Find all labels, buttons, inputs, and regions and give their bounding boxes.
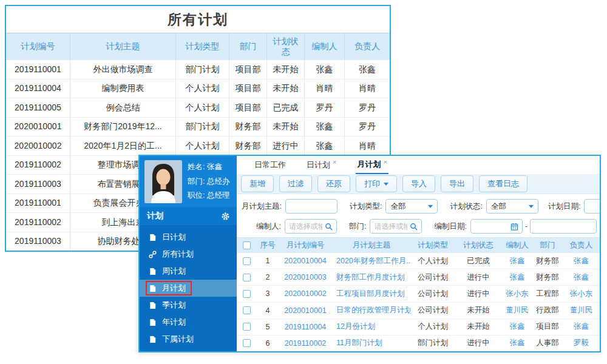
dept-filter-input[interactable]: 请选择或输入 — [370, 219, 422, 234]
plan-subject-link[interactable]: 日常的行政管理月计划 — [332, 303, 411, 318]
cell: 进行中 — [267, 136, 305, 155]
type-filter-value: 全部 — [390, 201, 405, 212]
file-icon — [149, 285, 157, 292]
table-row[interactable]: 2020010001财务部门2019年12...部门计划财务部未开始张鑫罗丹 — [6, 117, 390, 136]
header-cell: 计划编号 — [6, 33, 70, 60]
plan-subject-link[interactable]: 财务部工作月度计划 — [332, 269, 411, 285]
table-row: 6 2019110002 11月部门计划 部门计划 进行中 张鑫 人事部 罗毅 — [237, 335, 600, 351]
owner-link[interactable]: 罗毅 — [563, 335, 600, 351]
search-icon[interactable] — [410, 223, 418, 231]
creator-link[interactable]: 董川民 — [502, 303, 532, 318]
sidebar-item-weekly-plan[interactable]: 周计划 — [140, 263, 237, 280]
owner-link[interactable]: 董川民 — [563, 303, 600, 318]
subject-filter-input[interactable] — [285, 199, 337, 214]
search-icon[interactable] — [325, 223, 333, 231]
sidebar-item-all-plans[interactable]: 所有计划 — [140, 246, 237, 263]
department: 项目部 — [532, 319, 563, 335]
plan-status: 未开始 — [455, 303, 502, 318]
plan-type: 公司计划 — [411, 303, 455, 318]
row-checkbox[interactable] — [243, 257, 251, 265]
sidebar-item-yearly-plan[interactable]: 年计划 — [140, 314, 237, 331]
tab-daily-plan[interactable]: 日计划 × — [305, 156, 337, 174]
plan-subject-link[interactable]: 工程项目部月度计划 — [332, 286, 411, 302]
checkbox-cell — [237, 319, 257, 335]
plan-code-link[interactable]: 2019110002 — [279, 335, 332, 351]
sidebar-section-header: 计划 — [140, 207, 237, 225]
cell: 张鑫 — [305, 136, 345, 155]
plan-subject-link[interactable]: 11月部门计划 — [332, 335, 411, 351]
cell: 2019110005 — [6, 98, 70, 117]
created-date-end-input[interactable] — [530, 219, 597, 234]
filter-button[interactable]: 过滤 — [279, 175, 312, 192]
print-button[interactable]: 打印 — [356, 175, 397, 192]
checkbox-cell — [237, 253, 257, 269]
table-row[interactable]: 2019110005例会总结个人计划项目部已完成罗丹罗丹 — [6, 98, 390, 117]
filter-panel: 月计划主题: 计划类型: 全部 计划状态: 全部 计划日期: 编制人: 请选择 — [237, 194, 600, 237]
table-row[interactable]: 2019110004编制费用表个人计划项目部未开始肖晴肖晴 — [6, 79, 390, 98]
tab-monthly-plan[interactable]: 月计划 × — [356, 156, 388, 174]
table-row[interactable]: 2019110001外出做市场调查部门计划项目部未开始张鑫张鑫 — [6, 60, 390, 79]
close-icon[interactable]: × — [383, 159, 387, 166]
row-checkbox[interactable] — [243, 323, 251, 331]
header-cell: 计划主题 — [70, 33, 176, 60]
restore-button[interactable]: 还原 — [317, 175, 350, 192]
profile-department: 部门: 总经办 — [188, 177, 229, 187]
cell: 未开始 — [267, 118, 305, 136]
checkbox-cell — [237, 335, 257, 351]
calendar-icon[interactable] — [510, 223, 518, 231]
creator-link[interactable]: 张鑫 — [502, 269, 532, 285]
row-checkbox[interactable] — [243, 274, 251, 281]
plan-code-link[interactable]: 2020010001 — [279, 303, 332, 318]
close-icon[interactable]: × — [333, 159, 336, 166]
export-button[interactable]: 导出 — [441, 175, 473, 192]
cell: 肖晴 — [305, 79, 345, 98]
department: 行政部 — [532, 303, 563, 318]
creator-link[interactable]: 张鑫 — [502, 253, 532, 269]
user-profile: 姓名: 张鑫 部门: 总经办 职位: 总经理 — [140, 156, 237, 207]
creator-link[interactable]: 张鑫 — [502, 335, 532, 351]
status-filter-select[interactable]: 全部 — [486, 199, 538, 214]
add-button[interactable]: 新增 — [241, 175, 274, 192]
owner-link[interactable]: 张鑫 — [563, 269, 600, 285]
view-log-button[interactable]: 查看日志 — [479, 175, 527, 192]
cell: 个人计划 — [176, 98, 229, 117]
plan-date-input[interactable] — [584, 199, 600, 214]
cell: 部门计划 — [176, 60, 229, 79]
select-all-checkbox[interactable] — [243, 241, 251, 249]
creator-link[interactable]: 张小东 — [502, 286, 532, 302]
row-checkbox[interactable] — [243, 339, 251, 347]
all-plans-table-header: 计划编号计划主题计划类型部门计划状态编制人负责人 — [6, 33, 390, 60]
plan-code-link[interactable]: 2020010004 — [279, 253, 332, 269]
sidebar-item-monthly-plan[interactable]: 月计划 — [140, 280, 237, 297]
owner-link[interactable]: 张小东 — [563, 286, 600, 302]
created-date-start-input[interactable] — [470, 219, 523, 234]
sidebar-item-daily-plan[interactable]: 日计划 — [140, 229, 237, 246]
creator-filter-input[interactable]: 请选择或输入 — [285, 219, 337, 234]
plan-code-link[interactable]: 2020010003 — [279, 269, 332, 285]
header-cell: 负责人 — [345, 33, 390, 60]
plan-code-link[interactable]: 2019110004 — [279, 319, 332, 335]
plan-subject-link[interactable]: 12月份计划 — [332, 319, 411, 335]
created-date-filter-label: 编制日期: — [434, 221, 466, 232]
sidebar-item-subordinate-plan[interactable]: 下属计划 — [140, 331, 237, 348]
owner-link[interactable]: 张鑫 — [563, 253, 600, 269]
creator-filter-label: 编制人: — [256, 221, 281, 232]
type-filter-select[interactable]: 全部 — [385, 199, 438, 214]
checkbox-cell — [237, 241, 257, 249]
plan-subject-link[interactable]: 2020年财务部工作月... — [332, 253, 411, 269]
gear-icon[interactable] — [221, 212, 230, 221]
row-checkbox[interactable] — [243, 306, 251, 314]
import-button[interactable]: 导入 — [402, 175, 435, 192]
sidebar-item-label: 月计划 — [162, 283, 186, 294]
sidebar-item-label: 季计划 — [162, 300, 186, 311]
sidebar-item-quarterly-plan[interactable]: 季计划 — [140, 297, 237, 314]
cell: 2019110001 — [6, 194, 70, 213]
tab-daily-work[interactable]: 日常工作 — [253, 156, 287, 174]
row-checkbox[interactable] — [243, 290, 251, 298]
plan-code-link[interactable]: 2020010002 — [279, 286, 332, 302]
creator-link[interactable]: 张鑫 — [502, 319, 532, 335]
plan-status: 进行中 — [455, 269, 502, 285]
cell: 项目部 — [229, 60, 267, 79]
owner-link[interactable]: 张鑫 — [563, 319, 600, 335]
table-row[interactable]: 20200100022020年1月2日的工...个人计划财务部进行中张鑫肖晴 — [6, 136, 390, 155]
